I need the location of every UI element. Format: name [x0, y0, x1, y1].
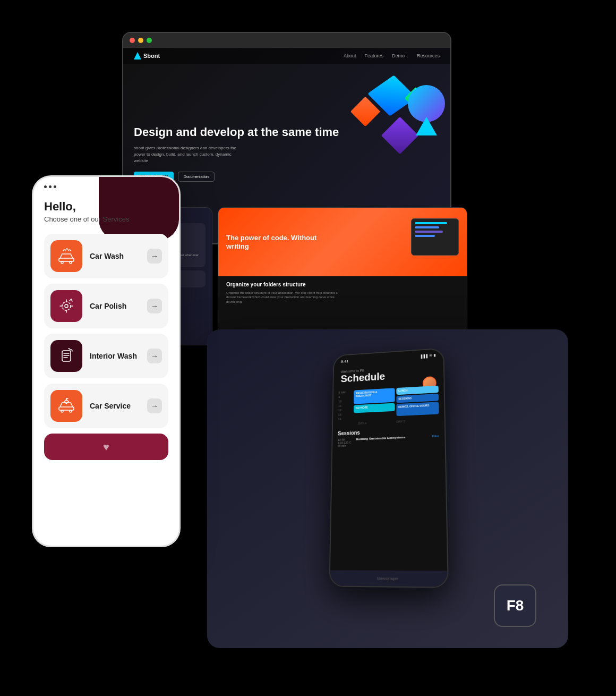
- day2-label: DAY 2: [397, 419, 434, 423]
- tablet-bottom-title: Organize your folders structure: [226, 282, 459, 287]
- phone-dot-1: [44, 185, 47, 188]
- documentation-button[interactable]: Documentation: [178, 172, 215, 182]
- nav-link-features[interactable]: Features: [364, 53, 383, 58]
- battery-icon: ▮: [434, 353, 436, 358]
- phone-dot-3: [54, 185, 56, 188]
- laptop-hero-subtitle: sbont gives professional designers and d…: [134, 145, 240, 164]
- event-keynote: KEYNOTE: [354, 403, 395, 413]
- nav-link-resources[interactable]: Resources: [417, 53, 440, 58]
- interior-wash-icon-box: [50, 340, 82, 372]
- car-polish-arrow[interactable]: →: [147, 299, 162, 313]
- phone-subtitle: Choose one of our Services: [44, 215, 168, 223]
- messenger-label: Messenger: [377, 576, 398, 581]
- service-card-interior-wash[interactable]: Interior Wash →: [44, 334, 168, 378]
- svg-point-11: [61, 410, 63, 412]
- svg-point-5: [61, 261, 63, 264]
- schedule-phone: 9:41 ▐▐▐ ≋ ▮ Welcome to F8 Schedule 8 AM…: [329, 348, 449, 588]
- day2-col: LUNCH SESSIONS DEMOS, OFFICE HOURS: [396, 386, 439, 418]
- f8-text: F8: [507, 597, 524, 614]
- time-9: 9: [338, 395, 352, 398]
- bottom-icon: ♥: [103, 441, 109, 453]
- maximize-dot: [147, 38, 152, 43]
- laptop-titlebar: [123, 33, 450, 48]
- service-card-car-service[interactable]: Car Service →: [44, 384, 168, 428]
- svg-rect-4: [59, 258, 74, 261]
- time-14: 14: [338, 417, 352, 421]
- car-service-arrow[interactable]: →: [147, 398, 162, 413]
- day1-col: REGISTRATION & BREAKFAST KEYNOTE: [354, 388, 395, 420]
- car-polish-icon-box: [50, 290, 82, 322]
- phone-greeting: Hello,: [44, 196, 168, 213]
- logo-icon: [134, 52, 141, 60]
- schedule-time: 9:41: [341, 359, 349, 363]
- schedule-background: 9:41 ▐▐▐ ≋ ▮ Welcome to F8 Schedule 8 AM…: [207, 329, 568, 648]
- status-icons: ▐▐▐ ≋ ▮: [420, 353, 436, 358]
- nav-link-demo[interactable]: Demo ↓: [392, 53, 408, 58]
- tablet-bottom-text: Organize the folder structure of your ap…: [226, 291, 343, 304]
- svg-point-7: [62, 302, 71, 310]
- logo-text: Sbont: [143, 53, 160, 59]
- laptop-nav-links: About Features Demo ↓ Resources: [344, 53, 440, 58]
- laptop-nav: Sbont About Features Demo ↓ Resources: [123, 48, 450, 64]
- svg-point-8: [65, 304, 68, 308]
- deco-line-4: [415, 235, 435, 237]
- time-12: 12: [338, 408, 352, 412]
- car-service-label: Car Service: [90, 402, 140, 410]
- car-wash-label: Car Wash: [90, 252, 140, 260]
- phone-device: Hello, Choose one of our Services Car Wa: [32, 175, 181, 547]
- time-10: 10: [338, 399, 352, 403]
- svg-rect-10: [59, 407, 74, 410]
- event-rows: 8 AM 9 10 11 12 13 14 REGISTRATION & BRE…: [338, 386, 439, 421]
- phone-dot-2: [49, 185, 52, 188]
- time-13: 13: [338, 413, 352, 417]
- laptop-logo: Sbont: [134, 52, 160, 60]
- svg-rect-9: [62, 351, 71, 361]
- event-registration: REGISTRATION & BREAKFAST: [354, 388, 395, 404]
- phone-content: Hello, Choose one of our Services Car Wa: [33, 196, 179, 428]
- event-demos: DEMOS, OFFICE HOURS: [396, 402, 439, 416]
- interior-wash-label: Interior Wash: [90, 352, 140, 360]
- phone-dots: [44, 185, 56, 188]
- interior-wash-arrow[interactable]: →: [147, 349, 162, 363]
- tablet-top-title: The power of code. Without writing: [226, 234, 322, 250]
- car-service-icon-box: [50, 390, 82, 422]
- session-title: Building Sustainable Ecosystems: [356, 435, 429, 440]
- minimize-dot: [138, 38, 143, 43]
- schedule-grid: 8 AM 9 10 11 12 13 14 REGISTRATION & BRE…: [333, 383, 444, 431]
- car-polish-label: Car Polish: [90, 302, 140, 310]
- event-sessions: SESSIONS: [396, 394, 439, 403]
- day1-label: DAY 1: [358, 420, 394, 425]
- session-duration: 45 min: [338, 444, 353, 447]
- schedule-section: 9:41 ▐▐▐ ≋ ▮ Welcome to F8 Schedule 8 AM…: [207, 329, 568, 648]
- wifi-icon: ≋: [429, 353, 432, 358]
- phone-bottom-card: ♥: [44, 434, 168, 460]
- svg-point-6: [70, 261, 72, 264]
- service-card-car-wash[interactable]: Car Wash →: [44, 234, 168, 278]
- laptop-hero-title: Design and develop at the same time: [134, 125, 440, 139]
- nav-link-about[interactable]: About: [344, 53, 356, 58]
- f8-badge: F8: [494, 584, 536, 627]
- events-columns: REGISTRATION & BREAKFAST KEYNOTE LUNCH S…: [354, 386, 439, 420]
- svg-point-12: [70, 410, 72, 412]
- time-8am: 8 AM: [338, 391, 352, 394]
- car-wash-arrow[interactable]: →: [147, 249, 162, 264]
- session-row: 12:30 1:15 220 C 45 min Building Sustain…: [338, 434, 440, 447]
- session-time: 12:30 1:15 220 C 45 min: [338, 438, 353, 447]
- time-11: 11: [338, 404, 352, 408]
- phone-body: Hello, Choose one of our Services Car Wa: [32, 175, 181, 547]
- signal-icon: ▐▐▐: [420, 354, 428, 358]
- time-col: 8 AM 9 10 11 12 13 14: [338, 391, 353, 421]
- schedule-bottom-bar: Messenger: [330, 570, 447, 587]
- close-dot: [130, 38, 135, 43]
- filter-link[interactable]: Filter: [432, 434, 440, 444]
- session-info: Building Sustainable Ecosystems: [356, 435, 429, 447]
- service-card-car-polish[interactable]: Car Polish →: [44, 284, 168, 328]
- car-wash-icon-box: [50, 240, 82, 272]
